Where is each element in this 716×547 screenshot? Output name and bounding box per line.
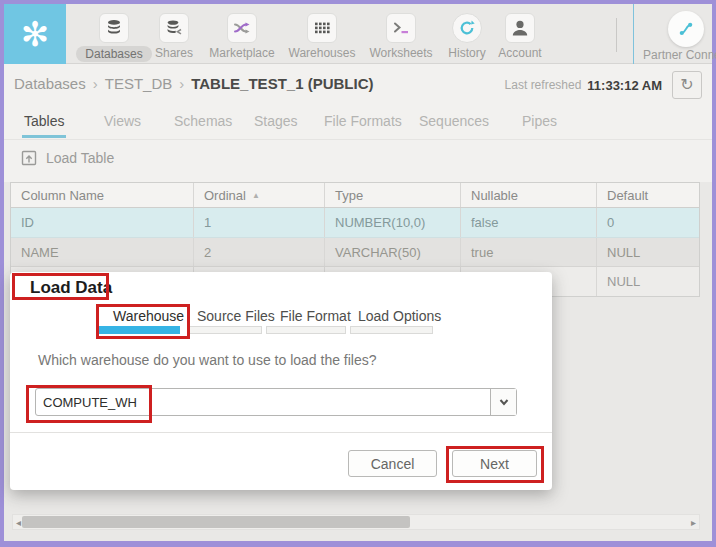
tab-views[interactable]: Views: [104, 113, 141, 129]
cell-column-name: ID: [11, 208, 194, 237]
last-refreshed-label: Last refreshed: [505, 78, 582, 92]
shares-icon: [159, 13, 189, 43]
breadcrumb-separator-icon: ›: [93, 75, 98, 92]
tab-schemas[interactable]: Schemas: [174, 113, 232, 129]
nav-label-partner-connect: Partner Conne: [643, 48, 716, 62]
breadcrumb-databases[interactable]: Databases: [14, 75, 86, 92]
cell-default: NULL: [597, 267, 699, 296]
step-progress-source-files: [188, 326, 262, 334]
partner-connect-icon: [668, 11, 704, 47]
nav-label-account: Account: [498, 46, 541, 60]
section-tabs: Tables Views Schemas Stages File Formats…: [4, 105, 712, 140]
step-tab-warehouse[interactable]: Warehouse: [113, 308, 184, 324]
nav-label-shares: Shares: [155, 46, 193, 60]
load-table-label: Load Table: [46, 150, 114, 166]
refresh-button[interactable]: ↻: [672, 71, 702, 99]
topbar-divider: [616, 18, 617, 52]
breadcrumb: Databases›TEST_DB›TABLE_TEST_1 (PUBLIC): [14, 75, 373, 92]
nav-label-worksheets: Worksheets: [369, 46, 432, 60]
nav-item-warehouses[interactable]: Warehouses: [288, 4, 356, 64]
tab-tables[interactable]: Tables: [24, 113, 64, 129]
dialog-title: Load Data: [30, 278, 112, 298]
marketplace-icon: [227, 13, 257, 43]
warehouse-question: Which warehouse do you want to use to lo…: [38, 352, 377, 368]
cell-type: NUMBER(10,0): [325, 208, 461, 237]
column-header-ordinal-label: Ordinal: [204, 188, 246, 203]
step-progress-load-options: [350, 326, 433, 334]
breadcrumb-current-table: TABLE_TEST_1 (PUBLIC): [191, 75, 373, 92]
cell-nullable: true: [461, 238, 597, 266]
nav-item-databases[interactable]: Databases: [78, 4, 150, 64]
load-table-icon: [20, 149, 38, 167]
warehouse-select[interactable]: COMPUTE_WH: [35, 388, 517, 416]
last-refreshed-time: 11:33:12 AM: [587, 78, 662, 93]
breadcrumb-test-db[interactable]: TEST_DB: [105, 75, 173, 92]
nav-item-partner-connect[interactable]: Partner Conne: [633, 4, 716, 64]
refresh-icon: ↻: [680, 76, 693, 93]
app-window: ✻ Databases Shares Marketplace Warehouse: [0, 0, 716, 547]
account-icon: [505, 13, 535, 43]
step-tab-source-files[interactable]: Source Files: [197, 308, 275, 324]
history-icon: [452, 13, 482, 43]
refresh-area: Last refreshed 11:33:12 AM ↻: [505, 71, 702, 99]
scrollbar-thumb[interactable]: [22, 516, 410, 528]
cell-ordinal: 1: [194, 208, 325, 237]
nav-label-marketplace: Marketplace: [209, 46, 274, 60]
tab-file-formats[interactable]: File Formats: [324, 113, 402, 129]
snowflake-logo[interactable]: ✻: [4, 4, 66, 64]
database-icon: [99, 13, 129, 43]
table-row-name[interactable]: NAME 2 VARCHAR(50) true NULL: [11, 238, 699, 267]
next-button[interactable]: Next: [452, 450, 537, 477]
column-header-name[interactable]: Column Name: [11, 183, 194, 207]
cell-column-name: NAME: [11, 238, 194, 266]
nav-item-shares[interactable]: Shares: [146, 4, 202, 64]
column-header-ordinal[interactable]: Ordinal▲: [194, 183, 325, 207]
column-header-nullable[interactable]: Nullable: [461, 183, 597, 207]
tab-sequences[interactable]: Sequences: [419, 113, 489, 129]
warehouses-icon: [307, 13, 337, 43]
cancel-button[interactable]: Cancel: [348, 450, 437, 477]
dialog-footer-divider: [10, 432, 552, 433]
step-tab-file-format[interactable]: File Format: [280, 308, 351, 324]
load-data-dialog: Load Data Warehouse Source Files File Fo…: [10, 272, 552, 490]
scroll-left-icon[interactable]: ◂: [16, 516, 21, 529]
horizontal-scrollbar[interactable]: ◂ ▸: [12, 514, 700, 530]
breadcrumb-bar: Databases›TEST_DB›TABLE_TEST_1 (PUBLIC) …: [4, 64, 712, 105]
nav-label-databases: Databases: [76, 46, 151, 62]
nav-item-account[interactable]: Account: [493, 4, 547, 64]
warehouse-select-value: COMPUTE_WH: [43, 395, 137, 410]
cell-default: NULL: [597, 238, 699, 266]
scroll-right-icon[interactable]: ▸: [691, 516, 696, 529]
table-toolbar: Load Table: [4, 140, 712, 182]
tab-stages[interactable]: Stages: [254, 113, 298, 129]
top-navigation-bar: ✻ Databases Shares Marketplace Warehouse: [4, 4, 712, 64]
tab-pipes[interactable]: Pipes: [522, 113, 557, 129]
nav-label-warehouses: Warehouses: [289, 46, 356, 60]
snowflake-icon: ✻: [21, 17, 50, 51]
step-tab-load-options[interactable]: Load Options: [358, 308, 441, 324]
cell-default: 0: [597, 208, 699, 237]
worksheets-icon: [386, 13, 416, 43]
cell-nullable: false: [461, 208, 597, 237]
column-header-default[interactable]: Default: [597, 183, 699, 207]
table-header-row: Column Name Ordinal▲ Type Nullable Defau…: [11, 183, 699, 208]
sort-ascending-icon: ▲: [252, 191, 260, 200]
nav-item-history[interactable]: History: [441, 4, 493, 64]
nav-item-worksheets[interactable]: Worksheets: [368, 4, 434, 64]
column-header-type[interactable]: Type: [325, 183, 461, 207]
cell-type: VARCHAR(50): [325, 238, 461, 266]
breadcrumb-separator-icon: ›: [179, 75, 184, 92]
table-row-id[interactable]: ID 1 NUMBER(10,0) false 0: [11, 208, 699, 238]
nav-item-marketplace[interactable]: Marketplace: [210, 4, 274, 64]
nav-label-history: History: [448, 46, 485, 60]
step-progress-warehouse: [98, 326, 180, 334]
chevron-down-icon[interactable]: [490, 389, 516, 415]
step-progress-file-format: [266, 326, 346, 334]
load-table-button[interactable]: Load Table: [20, 149, 114, 167]
cell-ordinal: 2: [194, 238, 325, 266]
